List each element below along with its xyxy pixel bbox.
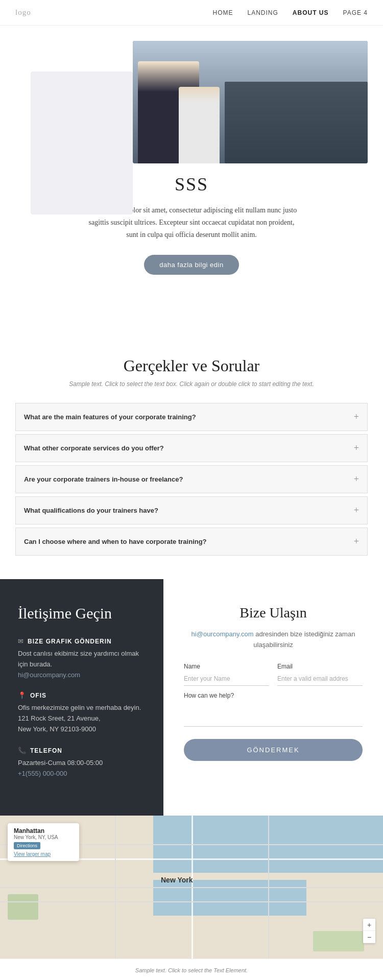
nav-link-landing[interactable]: LANDING [248, 9, 278, 16]
hero-image-container [15, 41, 368, 163]
faq-subtitle: Sample text. Click to select the text bo… [15, 380, 368, 388]
faq-expand-icon-4: + [354, 505, 359, 516]
faq-title: Gerçekler ve Sorular [15, 356, 368, 375]
contact-item-office: 📍 OFIS Ofis merkezimize gelin ve merhaba… [18, 691, 146, 734]
hero-photo-sim [133, 41, 368, 163]
faq-item-2[interactable]: What other corporate services do you off… [15, 434, 368, 462]
contact-email-label: BIZE GRAFIK GÖNDERIN [28, 638, 112, 645]
nav-link-page4[interactable]: PAGE 4 [343, 9, 368, 16]
contact-phone-label: TELEFON [30, 747, 62, 754]
faq-expand-icon-5: + [354, 536, 359, 547]
map-zoom-in-button[interactable]: + [363, 919, 375, 931]
contact-reach-email[interactable]: hi@ourcompany.com [192, 630, 254, 638]
contact-email-text: Dost canlısı ekibimiz size yardımcı olma… [18, 649, 146, 670]
map-directions-button[interactable]: Directions [14, 842, 40, 849]
map-section: New York Manhattan New York, NY, USA Dir… [0, 816, 383, 959]
location-icon: 📍 [18, 691, 26, 700]
map-larger-map-link[interactable]: View larger map [14, 851, 73, 857]
contact-right: Bize Ulaşın hi@ourcompany.com adresinden… [163, 579, 383, 816]
contact-email-link[interactable]: hi@ourcompany.com [18, 671, 80, 679]
contact-reach-text: hi@ourcompany.com adresinden bize istedi… [184, 629, 363, 651]
faq-expand-icon-3: + [354, 474, 359, 485]
nav-link-home[interactable]: HOME [213, 9, 233, 16]
faq-expand-icon-1: + [354, 412, 359, 422]
faq-question-4: What qualifications do your trainers hav… [24, 507, 158, 514]
contact-left-title: İletişime Geçin [18, 605, 146, 622]
map-background: New York Manhattan New York, NY, USA Dir… [0, 816, 383, 959]
contact-email-field: Email [277, 663, 363, 686]
map-callout-title: Manhattan [14, 827, 73, 834]
phone-icon: 📞 [18, 747, 26, 755]
faq-item-5[interactable]: Can I choose where and when to have corp… [15, 528, 368, 556]
nav-links: HOME LANDING ABOUT US PAGE 4 [213, 9, 368, 16]
map-callout: Manhattan New York, NY, USA Directions V… [8, 823, 79, 861]
faq-item-3[interactable]: Are your corporate trainers in-house or … [15, 465, 368, 493]
faq-list: What are the main features of your corpo… [15, 403, 368, 556]
contact-reach-suffix: adresinden bize istediğiniz zaman ulaşab… [253, 630, 355, 649]
hero-section: SSS Lorem ipsum dolor sit amet, consecte… [0, 26, 383, 305]
hero-main-photo [133, 41, 368, 163]
contact-right-title: Bize Ulaşın [184, 605, 363, 621]
contact-form-row: Name Email [184, 663, 363, 686]
footer-text: Sample text. Click to select the Text El… [135, 967, 248, 973]
contact-phone-link[interactable]: +1(555) 000-000 [18, 770, 67, 777]
faq-question-5: Can I choose where and when to have corp… [24, 538, 207, 545]
contact-office-text: Ofis merkezimize gelin ve merhaba deyin.… [18, 703, 146, 734]
contact-item-phone: 📞 TELEFON Pazartesi-Cuma 08:00-05:00 +1(… [18, 747, 146, 778]
contact-email-field-label: Email [277, 663, 363, 670]
hero-overlay-box [31, 71, 133, 214]
faq-expand-icon-2: + [354, 443, 359, 453]
faq-question-3: Are your corporate trainers in-house or … [24, 475, 183, 483]
faq-question-1: What are the main features of your corpo… [24, 413, 196, 421]
contact-email-input[interactable] [277, 672, 363, 686]
navbar: logo HOME LANDING ABOUT US PAGE 4 [0, 0, 383, 26]
contact-name-label: Name [184, 663, 269, 670]
contact-item-email: ✉ BIZE GRAFIK GÖNDERIN Dost canlısı ekib… [18, 637, 146, 679]
faq-item-4[interactable]: What qualifications do your trainers hav… [15, 496, 368, 524]
nav-link-about[interactable]: ABOUT US [293, 9, 329, 16]
contact-office-label: OFIS [30, 692, 46, 699]
map-callout-address: New York, NY, USA [14, 834, 73, 840]
contact-name-input[interactable] [184, 672, 269, 686]
contact-help-label: How can we help? [184, 692, 363, 699]
hero-cta-button[interactable]: daha fazla bilgi edin [144, 255, 238, 275]
contact-left: İletişime Geçin ✉ BIZE GRAFIK GÖNDERIN D… [0, 579, 163, 816]
map-city-label: New York [161, 876, 193, 884]
contact-phone-text: Pazartesi-Cuma 08:00-05:00 [18, 758, 146, 769]
map-zoom-out-button[interactable]: − [363, 931, 375, 943]
faq-section: Gerçekler ve Sorular Sample text. Click … [0, 336, 383, 579]
map-zoom-controls: + − [363, 919, 375, 943]
contact-submit-button[interactable]: GÖNDERMEK [184, 739, 363, 761]
logo: logo [15, 8, 31, 17]
contact-message-input[interactable] [184, 701, 363, 727]
faq-item-1[interactable]: What are the main features of your corpo… [15, 403, 368, 431]
faq-question-2: What other corporate services do you off… [24, 444, 164, 452]
footer: Sample text. Click to select the Text El… [0, 959, 383, 980]
contact-name-field: Name [184, 663, 269, 686]
email-icon: ✉ [18, 637, 23, 646]
contact-section: İletişime Geçin ✉ BIZE GRAFIK GÖNDERIN D… [0, 579, 383, 816]
